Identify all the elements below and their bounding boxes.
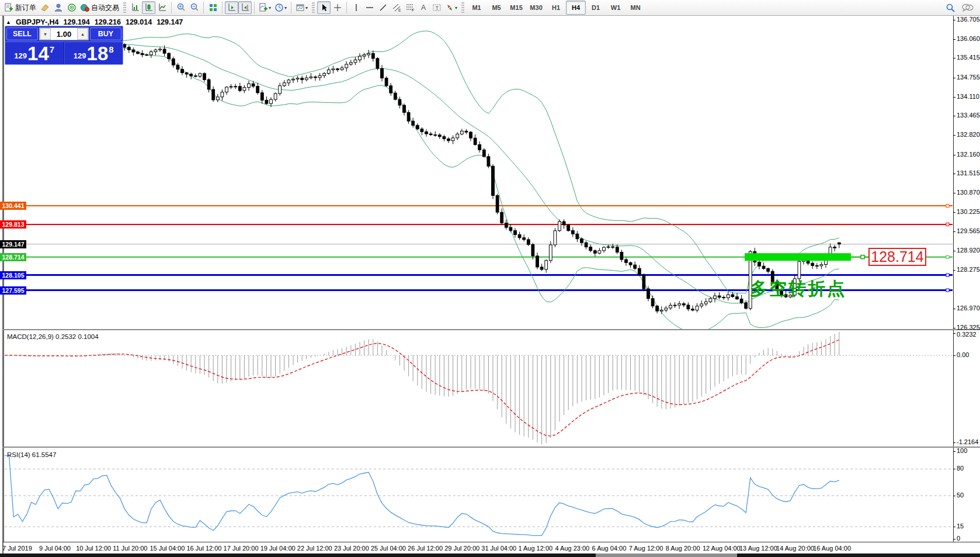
- text-label-icon: T: [432, 3, 442, 12]
- buy-button[interactable]: BUY: [90, 27, 121, 40]
- tf-h4-button[interactable]: H4: [566, 1, 586, 15]
- candlestick-chart-button[interactable]: [142, 1, 155, 14]
- price-list-icon: [40, 3, 50, 12]
- vertical-line-icon: [352, 3, 361, 12]
- channel-icon: E: [392, 3, 401, 12]
- arrows-icon: [445, 3, 454, 12]
- auto-scroll-button[interactable]: [225, 1, 238, 14]
- templates-caret-icon: ▾: [305, 5, 308, 11]
- horizontal-line-button[interactable]: [363, 1, 376, 14]
- volume-value[interactable]: 1.00: [51, 28, 77, 40]
- macd-value: 0.2532: [55, 333, 76, 340]
- main-toolbar: 新订单 自动交易: [0, 0, 980, 16]
- fibonacci-icon: F: [405, 3, 415, 12]
- rsi-pane[interactable]: [5, 449, 953, 541]
- chat-icon[interactable]: [961, 3, 974, 12]
- auto-trading-button[interactable]: 自动交易: [78, 1, 121, 14]
- sell-price-sup: 7: [50, 44, 54, 54]
- ohlc-low: 129.014: [126, 18, 152, 26]
- ohlc-high: 129.216: [95, 18, 121, 26]
- signals-icon: [67, 3, 77, 12]
- horizontal-scrollbar[interactable]: [0, 553, 980, 557]
- tf-m30-button[interactable]: M30: [526, 1, 546, 15]
- rsi-label: RSI(14) 61.5547: [7, 451, 56, 458]
- toolbar-drag-handle[interactable]: [461, 2, 464, 13]
- periods-caret-icon: ▾: [284, 5, 287, 11]
- indicators-caret-icon: ▾: [269, 5, 271, 11]
- indicators-button[interactable]: ▾: [257, 1, 273, 14]
- time-axis-line: [2, 542, 980, 542]
- clock-icon: [274, 3, 284, 12]
- tf-m1-button[interactable]: M1: [467, 1, 486, 15]
- time-axis[interactable]: [4, 542, 980, 553]
- buy-price[interactable]: 129 18 8: [64, 41, 123, 64]
- sell-button[interactable]: SELL: [6, 27, 38, 40]
- text-icon: A: [419, 3, 428, 12]
- tf-m5-button[interactable]: M5: [486, 1, 506, 15]
- channel-button[interactable]: E: [390, 1, 403, 14]
- pane-separator-macd[interactable]: [2, 329, 980, 330]
- toolbar-drag-handle[interactable]: [312, 2, 315, 13]
- trendline-button[interactable]: [376, 1, 390, 14]
- price-scale-column[interactable]: [953, 16, 980, 553]
- macd-label: MACD(12,26,9) 0.2532 0.1004: [7, 333, 99, 340]
- trendline-icon: [378, 3, 388, 12]
- new-order-icon: [4, 3, 13, 12]
- price-list-button[interactable]: [38, 1, 51, 14]
- search-icon[interactable]: [946, 3, 955, 13]
- text-label-button[interactable]: T: [430, 1, 443, 14]
- auto-scroll-icon: [227, 3, 237, 12]
- pane-separator-rsi[interactable]: [2, 447, 980, 448]
- chart-shift-icon: [241, 3, 250, 12]
- cursor-icon: [319, 3, 329, 12]
- tf-d1-button[interactable]: D1: [586, 1, 606, 15]
- price-annotation-box[interactable]: 128.714: [868, 248, 926, 266]
- zoom-in-button[interactable]: [174, 1, 187, 14]
- svg-text:T: T: [435, 5, 439, 11]
- ohlc-open: 129.194: [64, 18, 90, 26]
- macd-signal-value: 0.1004: [78, 333, 98, 340]
- chart-shift-button[interactable]: [238, 1, 252, 14]
- vertical-line-button[interactable]: [349, 1, 363, 14]
- arrows-button[interactable]: ▾: [443, 1, 459, 14]
- triangle-up-icon: ▲: [81, 32, 85, 36]
- tf-h1-button[interactable]: H1: [546, 1, 566, 15]
- candlestick-chart-icon: [144, 3, 154, 12]
- volume-decrease-button[interactable]: ▼: [40, 28, 51, 40]
- text-button[interactable]: A: [416, 1, 430, 14]
- profile-button[interactable]: [51, 1, 65, 14]
- cursor-button[interactable]: [317, 1, 331, 14]
- volume-stepper: ▼ 1.00 ▲: [39, 27, 89, 40]
- auto-trading-icon: [80, 3, 89, 12]
- macd-pane[interactable]: [5, 331, 953, 445]
- signals-button[interactable]: [65, 1, 78, 14]
- crosshair-button[interactable]: [331, 1, 344, 14]
- auto-trading-label: 自动交易: [91, 3, 119, 13]
- toolbar-drag-handle[interactable]: [123, 2, 126, 13]
- fibonacci-button[interactable]: F: [403, 1, 416, 14]
- volume-increase-button[interactable]: ▲: [77, 28, 88, 40]
- buy-price-sup: 8: [109, 44, 113, 54]
- sell-price-big: 14: [27, 45, 49, 63]
- tf-w1-button[interactable]: W1: [606, 1, 625, 15]
- new-order-button[interactable]: 新订单: [2, 1, 38, 14]
- line-chart-icon: [158, 3, 167, 12]
- h-scrollbar-thumb[interactable]: [596, 553, 737, 557]
- horizontal-line-icon: [365, 3, 374, 12]
- collapse-icon[interactable]: ▲: [6, 19, 11, 25]
- bar-chart-button[interactable]: [128, 1, 142, 14]
- templates-button[interactable]: ▾: [294, 1, 310, 14]
- line-chart-button[interactable]: [155, 1, 169, 14]
- periods-button[interactable]: ▾: [273, 1, 289, 14]
- tf-m15-button[interactable]: M15: [506, 1, 526, 15]
- zoom-out-button[interactable]: [187, 1, 201, 14]
- ohlc-close: 129.147: [157, 18, 183, 26]
- tf-mn-button[interactable]: MN: [625, 1, 645, 15]
- cn-annotation-text[interactable]: 多空转折点: [750, 277, 846, 301]
- tile-windows-button[interactable]: [206, 1, 220, 14]
- svg-text:F: F: [412, 8, 414, 12]
- sell-price[interactable]: 129 14 7: [5, 41, 64, 64]
- rsi-value: 61.5547: [32, 451, 57, 458]
- svg-text:E: E: [398, 8, 401, 12]
- triangle-down-icon: ▼: [43, 32, 47, 36]
